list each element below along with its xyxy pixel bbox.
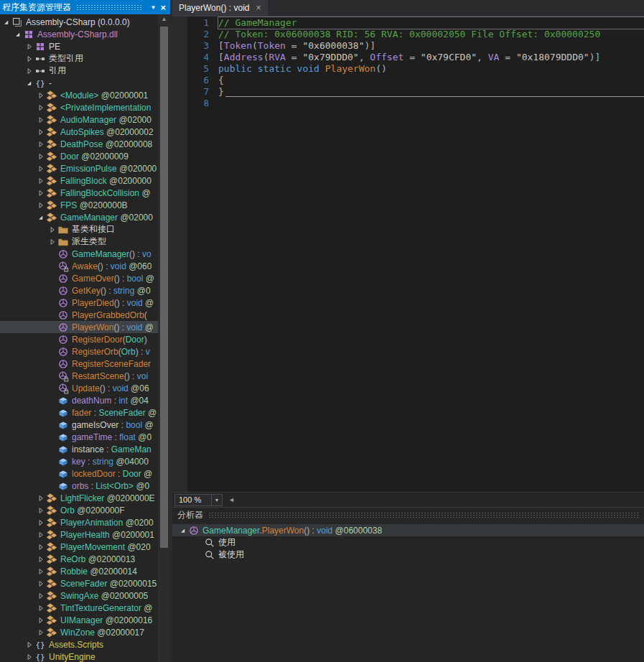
code-line[interactable]: 5public static void PlayerWon() <box>187 63 644 75</box>
tree-row[interactable]: FallingBlockCollision @ <box>0 187 158 199</box>
expander-collapsed-icon[interactable] <box>24 640 34 650</box>
expander-collapsed-icon[interactable] <box>36 103 46 113</box>
tree-row[interactable]: AudioManager @02000 <box>0 113 158 126</box>
tree-row[interactable]: gameIsOver : bool @ <box>0 419 158 431</box>
analyzer-row[interactable]: GameManager.PlayerWon() : void @06000038 <box>172 524 644 536</box>
tree-row[interactable]: UIManager @02000016 <box>0 614 158 626</box>
tree-row[interactable]: ReOrb @02000013 <box>0 553 158 565</box>
analyzer-row[interactable]: 被使用 <box>172 549 644 561</box>
tree-row[interactable]: SwingAxe @02000005 <box>0 589 158 602</box>
expander-collapsed-icon[interactable] <box>24 652 34 662</box>
expander-expanded-icon[interactable] <box>36 213 46 223</box>
tree-row[interactable]: RegisterSceneFader <box>0 358 158 370</box>
expander-collapsed-icon[interactable] <box>36 615 46 625</box>
tree-row[interactable]: PlayerDied() : void @ <box>0 297 158 309</box>
code-line[interactable]: 6{ <box>187 75 644 86</box>
expander-collapsed-icon[interactable] <box>36 518 46 528</box>
tree-row[interactable]: SceneFader @02000015 <box>0 577 158 589</box>
horizontal-scrollbar[interactable] <box>235 495 644 505</box>
tree-row[interactable]: instance : GameMan <box>0 443 158 455</box>
tree-row[interactable]: Awake() : void @060 <box>0 260 158 272</box>
tree-row[interactable]: RegisterOrb(Orb) : v <box>0 345 158 358</box>
explorer-vertical-scrollbar[interactable]: ▲ <box>158 14 170 662</box>
tree-row[interactable]: GameManager() : vo <box>0 248 158 260</box>
expander-collapsed-icon[interactable] <box>36 90 46 101</box>
expander-expanded-icon[interactable] <box>24 78 34 88</box>
expander-collapsed-icon[interactable] <box>36 139 46 149</box>
tree-row[interactable]: LightFlicker @0200000E <box>0 492 158 504</box>
tree-row[interactable]: gameTime : float @0 <box>0 431 158 443</box>
close-icon[interactable]: × <box>160 2 166 13</box>
tree-row[interactable]: orbs : List<Orb> @0 <box>0 480 158 492</box>
tab-close-icon[interactable]: × <box>256 3 261 13</box>
tree-row[interactable]: 引用 <box>0 65 158 77</box>
expander-expanded-icon[interactable] <box>178 526 188 536</box>
tree-row[interactable]: <PrivateImplementation <box>0 101 158 113</box>
expander-collapsed-icon[interactable] <box>36 554 46 564</box>
expander-collapsed-icon[interactable] <box>47 225 57 235</box>
chevron-down-icon[interactable]: ▼ <box>150 4 156 11</box>
expander-collapsed-icon[interactable] <box>36 579 46 589</box>
expander-collapsed-icon[interactable] <box>36 151 46 162</box>
expander-collapsed-icon[interactable] <box>36 505 46 516</box>
tree-row[interactable]: GetKey() : string @0 <box>0 284 158 297</box>
tree-row[interactable]: AutoSpikes @02000002 <box>0 126 158 138</box>
tree-row[interactable]: 基类和接口 <box>0 223 158 236</box>
expander-collapsed-icon[interactable] <box>36 493 46 503</box>
expander-collapsed-icon[interactable] <box>36 164 46 174</box>
tree-row[interactable]: deathNum : int @04 <box>0 394 158 406</box>
code-editor[interactable]: 1// GameManager2// Token: 0x06000038 RID… <box>172 17 644 492</box>
tree-row[interactable]: Robbie @02000014 <box>0 565 158 577</box>
tree-row[interactable]: FallingBlock @0200000 <box>0 174 158 187</box>
expander-collapsed-icon[interactable] <box>36 188 46 198</box>
tree-row[interactable]: GameManager @02000 <box>0 211 158 223</box>
code-line[interactable]: 7} <box>187 86 644 98</box>
tree-row[interactable]: fader : SceneFader @ <box>0 406 158 419</box>
expander-collapsed-icon[interactable] <box>24 54 34 64</box>
expander-collapsed-icon[interactable] <box>36 530 46 540</box>
tree-row[interactable]: RegisterDoor(Door) <box>0 333 158 345</box>
code-line[interactable]: 8 <box>187 98 644 109</box>
analyzer-row[interactable]: 使用 <box>172 536 644 549</box>
scrollbar-thumb[interactable] <box>160 27 168 548</box>
scroll-up-icon[interactable]: ▲ <box>158 16 170 22</box>
expander-collapsed-icon[interactable] <box>24 66 34 76</box>
expander-collapsed-icon[interactable] <box>36 542 46 552</box>
expander-collapsed-icon[interactable] <box>47 237 57 247</box>
tree-row[interactable]: 派生类型 <box>0 236 158 248</box>
tree-row[interactable]: EmissionPulse @020000 <box>0 162 158 174</box>
expander-collapsed-icon[interactable] <box>36 115 46 125</box>
tree-row[interactable]: 类型引用 <box>0 52 158 65</box>
code-line[interactable]: 1// GameManager <box>187 17 644 29</box>
tab-playerwon[interactable]: PlayerWon() : void × <box>172 0 268 16</box>
scroll-left-icon[interactable]: ◄ <box>228 496 235 503</box>
tree-row[interactable]: {}- <box>0 77 158 89</box>
tree-row[interactable]: Door @02000009 <box>0 150 158 162</box>
assembly-explorer-header[interactable]: 程序集资源管理器 ▼ × <box>0 0 170 14</box>
expander-collapsed-icon[interactable] <box>36 603 46 613</box>
tree-row[interactable]: PlayerAnimation @0200 <box>0 516 158 528</box>
expander-collapsed-icon[interactable] <box>36 127 46 137</box>
code-line[interactable]: 2// Token: 0x06000038 RID: 56 RVA: 0x000… <box>187 29 644 40</box>
code-line[interactable]: 4[Address(RVA = "0x79DDD0", Offset = "0x… <box>187 52 644 63</box>
expander-collapsed-icon[interactable] <box>36 567 46 577</box>
tree-row[interactable]: PlayerHealth @0200001 <box>0 528 158 541</box>
tree-row[interactable]: Orb @0200000F <box>0 504 158 516</box>
tree-row[interactable]: {}UnityEngine <box>0 651 158 662</box>
tree-row[interactable]: <Module> @02000001 <box>0 89 158 101</box>
tree-row[interactable]: Assembly-CSharp.dll <box>0 28 158 40</box>
tree-row[interactable]: {}Assets.Scripts <box>0 638 158 651</box>
tree-row[interactable]: PlayerGrabbedOrb( <box>0 309 158 321</box>
code-line[interactable]: 3[Token(Token = "0x6000038")] <box>187 40 644 52</box>
expander-collapsed-icon[interactable] <box>24 42 34 52</box>
expander-collapsed-icon[interactable] <box>36 628 46 638</box>
expander-collapsed-icon[interactable] <box>36 176 46 186</box>
expander-expanded-icon[interactable] <box>1 17 11 27</box>
tree-row[interactable]: key : string @04000 <box>0 455 158 467</box>
tree-row[interactable]: DeathPose @02000008 <box>0 138 158 150</box>
tree-row[interactable]: Update() : void @06 <box>0 382 158 394</box>
expander-collapsed-icon[interactable] <box>36 591 46 601</box>
expander-expanded-icon[interactable] <box>13 29 23 39</box>
zoom-level-box[interactable]: 100 % <box>174 494 212 506</box>
tree-row[interactable]: GameOver() : bool @ <box>0 272 158 284</box>
